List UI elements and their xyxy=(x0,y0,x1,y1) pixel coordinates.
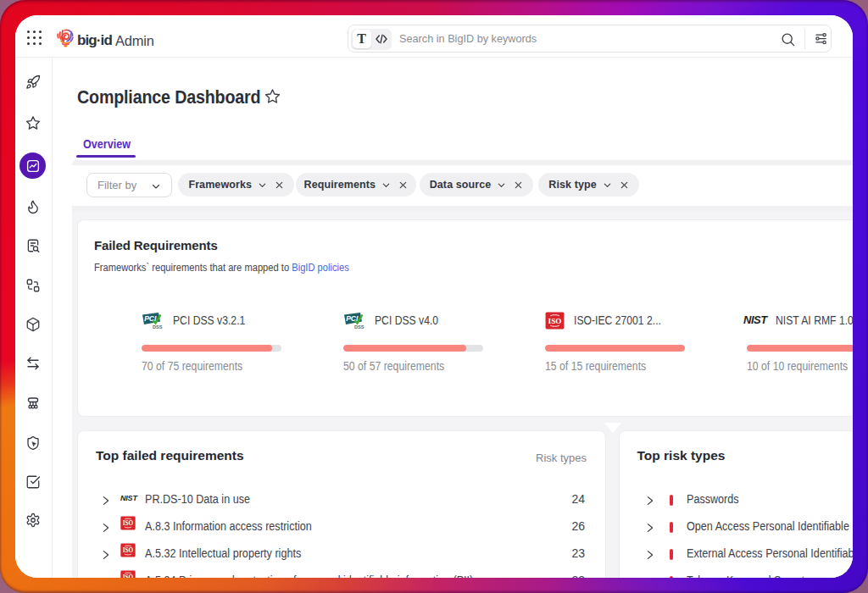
svg-text:DSS: DSS xyxy=(354,324,364,329)
svg-text:ISO: ISO xyxy=(123,520,134,527)
svg-text:ISO: ISO xyxy=(123,547,134,554)
svg-text:ISO: ISO xyxy=(548,317,562,325)
svg-text:ISO: ISO xyxy=(123,574,134,578)
svg-text:DSS: DSS xyxy=(153,324,163,329)
